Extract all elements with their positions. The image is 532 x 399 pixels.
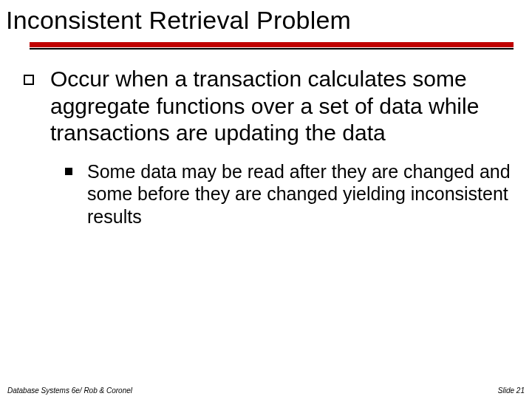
footer-right: Slide 21 <box>498 386 525 395</box>
hollow-square-icon <box>24 75 34 85</box>
footer-left: Database Systems 6e/ Rob & Coronel <box>7 386 132 395</box>
slide-body: Occur when a transaction calculates some… <box>4 66 520 228</box>
bullet-level1-text: Occur when a transaction calculates some… <box>50 66 514 147</box>
bullet-level1: Occur when a transaction calculates some… <box>19 66 514 147</box>
rule-black <box>30 48 514 50</box>
slide: Inconsistent Retrieval Problem Occur whe… <box>0 0 532 399</box>
bullet-level2: Some data may be read after they are cha… <box>65 160 514 228</box>
rule-red <box>30 42 514 47</box>
solid-square-icon <box>65 168 72 175</box>
bullet-level2-text: Some data may be read after they are cha… <box>87 160 514 228</box>
slide-title: Inconsistent Retrieval Problem <box>6 6 520 35</box>
slide-footer: Database Systems 6e/ Rob & Coronel Slide… <box>0 386 532 395</box>
title-underline <box>30 42 520 50</box>
